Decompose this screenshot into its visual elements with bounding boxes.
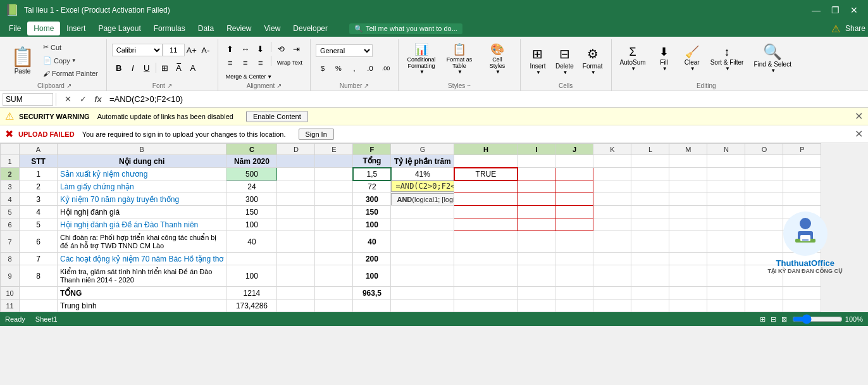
currency-button[interactable]: $ — [316, 61, 330, 75]
cell-F5[interactable]: 150 — [353, 206, 391, 218]
cell-B5[interactable]: Hội nghị đánh giá — [58, 206, 226, 218]
name-box[interactable] — [3, 93, 53, 106]
cell-J11[interactable] — [555, 300, 593, 312]
alignment-expand-icon[interactable]: ↗ — [276, 82, 282, 89]
cell-A2[interactable]: 1 — [20, 168, 58, 180]
cell-E9[interactable] — [315, 265, 353, 287]
font-decrease-button[interactable]: A- — [199, 43, 213, 57]
cell-E7[interactable] — [315, 231, 353, 253]
view-normal-icon[interactable]: ⊞ — [760, 315, 766, 324]
cell-H8[interactable] — [454, 253, 518, 265]
wrap-text-button[interactable]: Wrap Text — [275, 56, 305, 70]
cell-C7[interactable]: 40 — [226, 231, 277, 253]
cell-L4[interactable] — [631, 193, 669, 206]
cell-F8[interactable]: 200 — [353, 253, 391, 265]
col-header-J[interactable]: J — [555, 144, 593, 155]
formula-fx-button[interactable]: fx — [92, 93, 104, 106]
cell-B2[interactable]: Sản xuất kỷ niệm chương — [58, 168, 226, 180]
cell-L11[interactable] — [631, 300, 669, 312]
cell-G8[interactable] — [391, 253, 454, 265]
cell-F1[interactable]: Tổng — [353, 155, 391, 168]
col-header-M[interactable]: M — [669, 144, 707, 155]
cell-G7[interactable] — [391, 231, 454, 253]
cell-O2[interactable] — [745, 168, 783, 180]
cell-N6[interactable] — [707, 218, 745, 231]
cell-C4[interactable]: 300 — [226, 193, 277, 206]
cell-B6[interactable]: Hội nghị đánh giá Đề án Đào Thanh niên — [58, 218, 226, 231]
cell-H7[interactable] — [454, 231, 518, 253]
cell-P11[interactable] — [783, 300, 821, 312]
cell-B4[interactable]: Kỷ niệm 70 năm ngày truyền thống — [58, 193, 226, 206]
cell-M9[interactable] — [669, 265, 707, 287]
cell-P10[interactable] — [783, 287, 821, 300]
cell-B3[interactable]: Làm giấy chứng nhận — [58, 180, 226, 193]
cell-A11[interactable] — [20, 300, 58, 312]
cell-O1[interactable] — [745, 155, 783, 168]
menu-home[interactable]: Home — [27, 22, 60, 35]
cell-E3[interactable] — [315, 180, 353, 193]
cell-P2[interactable] — [783, 168, 821, 180]
cell-B11[interactable]: Trung bình — [58, 300, 226, 312]
cell-M2[interactable] — [669, 168, 707, 180]
cell-I10[interactable] — [518, 287, 555, 300]
cell-F3[interactable]: 72 — [353, 180, 391, 193]
cell-D3[interactable] — [277, 180, 315, 193]
cell-A7[interactable]: 6 — [20, 231, 58, 253]
cell-H11[interactable] — [454, 300, 518, 312]
decrease-decimal-button[interactable]: .00 — [379, 61, 393, 75]
cell-O4[interactable] — [745, 193, 783, 206]
col-header-H[interactable]: H — [454, 144, 518, 155]
cell-K9[interactable] — [593, 265, 631, 287]
menu-review[interactable]: Review — [220, 22, 257, 35]
cell-N2[interactable] — [707, 168, 745, 180]
cell-I11[interactable] — [518, 300, 555, 312]
zoom-slider[interactable] — [792, 314, 843, 324]
cell-A9[interactable]: 8 — [20, 265, 58, 287]
cell-A5[interactable]: 4 — [20, 206, 58, 218]
share-label[interactable]: Share — [845, 24, 865, 33]
cell-E10[interactable] — [315, 287, 353, 300]
cell-I6[interactable] — [518, 218, 555, 231]
align-left-button[interactable]: ≡ — [223, 56, 237, 70]
col-header-N[interactable]: N — [707, 144, 745, 155]
find-select-button[interactable]: 🔍 Find & Select ▼ — [749, 39, 795, 77]
cell-E5[interactable] — [315, 206, 353, 218]
cell-L3[interactable] — [631, 180, 669, 193]
copy-button[interactable]: 📄 Copy ▼ — [40, 54, 101, 66]
cell-K1[interactable] — [593, 155, 631, 168]
cell-B9[interactable]: Kiểm tra, giám sát tình hình triển khai … — [58, 265, 226, 287]
cell-J1[interactable] — [555, 155, 593, 168]
cell-N4[interactable] — [707, 193, 745, 206]
font-size-input[interactable] — [163, 44, 185, 56]
increase-decimal-button[interactable]: .0 — [363, 61, 377, 75]
cell-J10[interactable] — [555, 287, 593, 300]
cell-K7[interactable] — [593, 231, 631, 253]
cell-G3[interactable]: =AND(C2>0;F2< 10) — [391, 180, 454, 193]
cell-D10[interactable] — [277, 287, 315, 300]
cell-K6[interactable] — [593, 218, 631, 231]
cell-P1[interactable] — [783, 155, 821, 168]
formula-cancel-button[interactable]: ✕ — [61, 93, 74, 106]
cell-F2[interactable]: 1,5 — [353, 168, 391, 180]
cell-D2[interactable] — [277, 168, 315, 180]
cell-L6[interactable] — [631, 218, 669, 231]
cell-N10[interactable] — [707, 287, 745, 300]
cell-K10[interactable] — [593, 287, 631, 300]
cell-J8[interactable] — [555, 253, 593, 265]
cell-J6[interactable] — [555, 218, 593, 231]
clear-button[interactable]: 🧹 Clear ▼ — [679, 41, 705, 76]
number-format-select[interactable]: General — [316, 44, 373, 57]
col-header-F[interactable]: F — [353, 144, 391, 155]
menu-view[interactable]: View — [258, 22, 287, 35]
cell-I4[interactable] — [518, 193, 555, 206]
delete-button[interactable]: ⊟ Delete ▼ — [552, 39, 577, 77]
menu-file[interactable]: File — [3, 22, 27, 35]
cell-styles-button[interactable]: 🎨 CellStyles ▼ — [480, 40, 515, 77]
cell-M8[interactable] — [669, 253, 707, 265]
cell-N7[interactable] — [707, 231, 745, 253]
cell-C1[interactable]: Năm 2020 — [226, 155, 277, 168]
cell-E4[interactable] — [315, 193, 353, 206]
menu-developer[interactable]: Developer — [287, 22, 334, 35]
cell-C5[interactable]: 150 — [226, 206, 277, 218]
cell-J4[interactable] — [555, 193, 593, 206]
